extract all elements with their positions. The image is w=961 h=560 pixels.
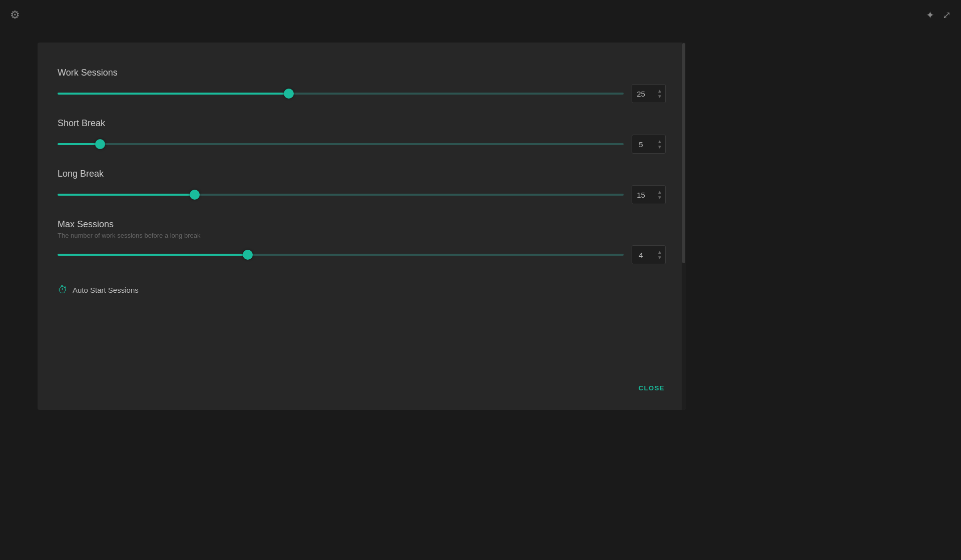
close-button[interactable]: CLOSE [633,380,671,396]
brightness-icon[interactable]: ✦ [926,9,934,21]
dialog-scrollbar[interactable] [682,43,686,410]
timer-settings-dialog: Work Sessions ▲ ▼ Short Break [38,43,686,410]
auto-start-label: Auto Start Sessions [73,286,139,294]
work-sessions-section: Work Sessions ▲ ▼ [58,68,666,103]
long-break-input[interactable] [635,191,654,199]
long-break-number-box: ▲ ▼ [632,185,666,204]
max-sessions-up-arrow[interactable]: ▲ [657,250,662,255]
max-sessions-slider[interactable] [58,254,624,256]
short-break-label: Short Break [58,118,666,129]
work-sessions-input[interactable] [635,90,654,98]
max-sessions-row: ▲ ▼ [58,245,666,264]
auto-start-row: ⏱ Auto Start Sessions [58,284,666,296]
short-break-slider-container [58,139,624,149]
work-sessions-number-box: ▲ ▼ [632,84,666,103]
work-sessions-spinner: ▲ ▼ [657,89,662,99]
short-break-down-arrow[interactable]: ▼ [657,145,662,150]
long-break-up-arrow[interactable]: ▲ [657,190,662,195]
long-break-label: Long Break [58,169,666,179]
short-break-spinner: ▲ ▼ [657,139,662,150]
settings-icon[interactable]: ⚙ [10,9,20,22]
top-right-icons: ✦ ⤢ [926,9,951,21]
work-sessions-row: ▲ ▼ [58,84,666,103]
expand-icon[interactable]: ⤢ [942,9,951,21]
max-sessions-slider-container [58,250,624,260]
work-sessions-slider[interactable] [58,93,624,95]
long-break-down-arrow[interactable]: ▼ [657,195,662,200]
long-break-row: ▲ ▼ [58,185,666,204]
long-break-slider[interactable] [58,194,624,196]
max-sessions-section: Max Sessions The number of work sessions… [58,219,666,264]
long-break-slider-container [58,190,624,200]
short-break-row: ▲ ▼ [58,135,666,154]
max-sessions-sublabel: The number of work sessions before a lon… [58,232,666,239]
short-break-up-arrow[interactable]: ▲ [657,139,662,144]
work-sessions-label: Work Sessions [58,68,666,78]
long-break-spinner: ▲ ▼ [657,190,662,200]
max-sessions-down-arrow[interactable]: ▼ [657,255,662,260]
dialog-scrollbar-thumb [682,43,685,263]
max-sessions-number-box: ▲ ▼ [632,245,666,264]
top-bar: ⚙ ✦ ⤢ [0,0,961,30]
short-break-section: Short Break ▲ ▼ [58,118,666,154]
auto-start-icon: ⏱ [58,284,68,296]
short-break-number-box: ▲ ▼ [632,135,666,154]
short-break-input[interactable] [635,140,654,149]
max-sessions-input[interactable] [635,251,654,259]
long-break-section: Long Break ▲ ▼ [58,169,666,204]
short-break-slider[interactable] [58,143,624,145]
work-sessions-slider-container [58,89,624,99]
max-sessions-label: Max Sessions [58,219,666,230]
work-sessions-up-arrow[interactable]: ▲ [657,89,662,94]
max-sessions-spinner: ▲ ▼ [657,250,662,260]
work-sessions-down-arrow[interactable]: ▼ [657,94,662,99]
